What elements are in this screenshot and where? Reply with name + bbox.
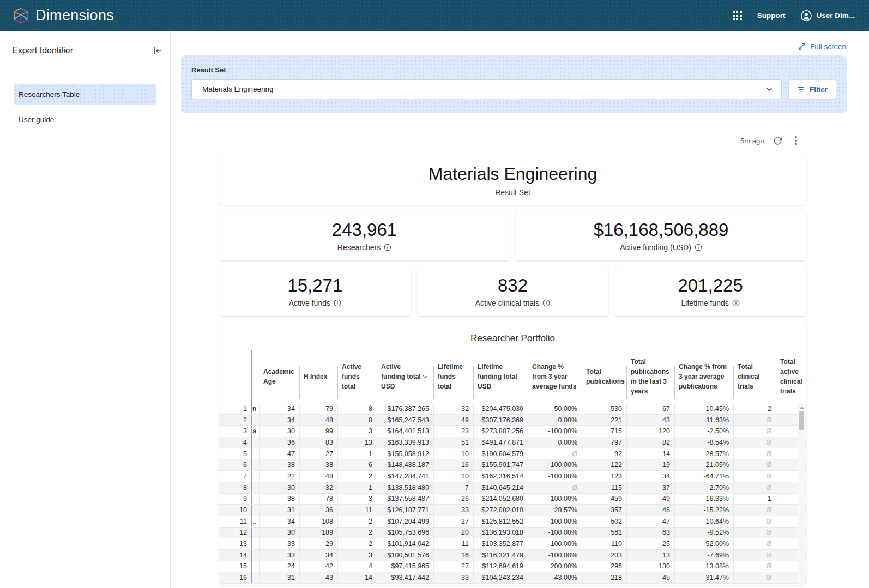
table-row[interactable]: 722482$147,284,74110$162,316,514-100.00%… <box>219 471 806 482</box>
result-set-panel: Result Set Materials Engineering Filter <box>181 55 847 113</box>
table-row[interactable]: 11..341082$107,204,49927$125,812,552-100… <box>219 516 806 528</box>
result-set-title-card: Materials Engineering Result Set <box>219 155 806 205</box>
table-row[interactable]: 3a30993$164,401,51323$273,887,256-100.00… <box>219 426 806 437</box>
table-row[interactable]: 234488$165,247,54349$307,176,3690.00%221… <box>219 415 806 426</box>
column-header-active-funds-total[interactable]: Active funds total <box>337 350 377 403</box>
filter-icon <box>797 86 805 94</box>
collapse-sidebar-icon[interactable] <box>150 44 164 58</box>
cell-change-from-3-year-average-publications: 11.63% <box>674 415 733 426</box>
portfolio-title: Researcher Portfolio <box>219 333 806 344</box>
scroll-up-icon[interactable] <box>800 407 804 409</box>
cell-lifetime-funding-total-usd: $273,887,256 <box>473 426 528 437</box>
researcher-portfolio-card: Researcher Portfolio Academic AgeH Index… <box>219 322 806 585</box>
fullscreen-icon[interactable] <box>798 42 806 51</box>
cell-row-number: 12 <box>219 528 251 538</box>
sidebar-nav: Researchers Table User guide <box>0 84 170 130</box>
info-icon[interactable] <box>384 244 391 251</box>
cell-academic-age: 36 <box>259 437 299 448</box>
column-header-total-publications-last-3-years[interactable]: Total publications in the last 3 years <box>626 350 674 403</box>
sidebar-item-researchers-table[interactable]: Researchers Table <box>14 84 156 105</box>
info-icon[interactable] <box>695 244 702 251</box>
last-updated: 5m ago <box>740 137 764 145</box>
table-body: 1n34798$176,387,26532$204,475,03050.00%5… <box>219 403 806 584</box>
column-header-lifetime-funds-total[interactable]: Lifetime funds total <box>433 350 473 403</box>
stat-card-active-funding: $16,168,506,889 Active funding (USD) <box>516 211 806 260</box>
table-row[interactable]: 1333292$101,914,04211$103,352,877-100.00… <box>219 538 806 550</box>
vertical-scrollbar[interactable] <box>798 404 805 585</box>
column-header-label: Lifetime funding total USD <box>478 362 523 391</box>
cell-total-publications-last-3-years: 47 <box>626 516 674 527</box>
table-row[interactable]: 830321$138,518,4807$140,645,214Ø11537-2.… <box>219 482 806 494</box>
cell-active-funds-total: 13 <box>337 437 377 448</box>
stat-value: 15,271 <box>287 275 342 296</box>
filter-button[interactable]: Filter <box>788 79 836 100</box>
cell-change-from-3-year-average-publications: 31.47% <box>674 572 733 583</box>
apps-grid-icon[interactable] <box>733 11 742 20</box>
cell-h-index: 27 <box>299 448 337 459</box>
cell-lifetime-funds-total: 33 <box>433 505 473 516</box>
cell-total-active-clinical-trials <box>776 459 799 470</box>
info-icon[interactable] <box>334 299 341 307</box>
table-row[interactable]: 1n34798$176,387,26532$204,475,03050.00%5… <box>219 403 806 415</box>
topbar-actions: Support User Dim... <box>733 10 855 22</box>
cell-change-from-3-year-average-publications: -10.64% <box>674 516 733 527</box>
cell-total-clinical-trials: Ø <box>733 538 776 549</box>
column-header-label: Total clinical trials <box>738 362 771 391</box>
column-header-lifetime-funding-total-usd[interactable]: Lifetime funding total USD <box>473 350 528 403</box>
table-row[interactable]: 938783$137,558,48726$214,052,680-100.00%… <box>219 494 806 505</box>
cell-total-publications-last-3-years: 37 <box>626 482 674 493</box>
column-header-active-funding-total-usd[interactable]: Active funding total USD <box>377 350 433 403</box>
cell-total-clinical-trials: Ø <box>733 448 776 459</box>
table-row[interactable]: 10313611$126,187,77133$272,082,01028.57%… <box>219 505 806 516</box>
table-row[interactable]: 4368313$163,339,91351$491,477,8710.00%79… <box>219 437 806 448</box>
cell-lifetime-funding-total-usd: $272,082,010 <box>473 505 528 516</box>
column-header-h-index[interactable]: H Index <box>299 350 337 403</box>
cell-lifetime-funding-total-usd: $112,694,619 <box>473 561 528 572</box>
fullscreen-link[interactable]: Full screen <box>810 43 846 51</box>
column-header-row-number[interactable] <box>219 350 251 403</box>
table-row[interactable]: 1433343$100,501,57616$116,321,479-100.00… <box>219 550 806 561</box>
info-icon[interactable] <box>732 299 740 307</box>
table-row[interactable]: 638386$148,488,18716$155,901,747-100.00%… <box>219 459 806 471</box>
table-row[interactable]: 12301892$105,753,69620$136,193,018-100.0… <box>219 528 806 539</box>
cell-total-active-clinical-trials <box>776 471 799 482</box>
column-header-academic-age[interactable]: Academic Age <box>259 350 299 403</box>
info-icon[interactable] <box>542 299 550 307</box>
cell-change-from-3-year-average-publications: -10.45% <box>674 403 733 414</box>
support-link[interactable]: Support <box>757 11 786 20</box>
column-header-researcher-name[interactable] <box>251 350 259 403</box>
refresh-icon[interactable] <box>773 136 782 146</box>
sidebar-title: Expert Identifier <box>12 46 73 56</box>
column-header-label: Total active clinical trials <box>780 357 802 396</box>
table-row[interactable]: 547271$155,058,91210$190,604,579Ø921428.… <box>219 448 806 460</box>
column-header-total-publications[interactable]: Total publications <box>582 350 626 403</box>
cell-researcher-name <box>251 415 259 426</box>
column-header-total-clinical-trials[interactable]: Total clinical trials <box>733 350 776 403</box>
column-header-change-from-3-year-average-publications[interactable]: Change % from 3 year average publication… <box>674 350 733 403</box>
table-row[interactable]: 1524424$97,415,96527$112,694,619200.00%2… <box>219 561 806 573</box>
cell-total-clinical-trials: Ø <box>733 505 776 516</box>
sidebar-item-user-guide[interactable]: User guide <box>14 110 156 130</box>
kebab-menu-icon[interactable] <box>792 135 800 147</box>
cell-row-number: 3 <box>219 426 251 437</box>
cell-active-funds-total: 6 <box>337 459 377 470</box>
cell-h-index: 38 <box>299 459 337 470</box>
cell-change-from-3-year-average-publications: -2.50% <box>674 426 733 437</box>
sidebar-header: Expert Identifier <box>0 31 170 58</box>
top-bar: Dimensions Support User Dim... <box>0 0 869 31</box>
cell-total-active-clinical-trials <box>776 572 799 583</box>
cell-total-active-clinical-trials <box>776 528 799 538</box>
cell-researcher-name <box>251 505 259 516</box>
table-row[interactable]: 16314314$93,417,44233$104,243,23443.00%2… <box>219 572 806 584</box>
cell-lifetime-funding-total-usd: $140,645,214 <box>473 482 528 493</box>
cell-row-number: 1 <box>219 403 251 414</box>
cell-change-from-3-year-average-publications: -64.71% <box>674 471 733 482</box>
dashboard: Materials Engineering Result Set 243,961… <box>219 155 806 585</box>
column-header-change-from-3-year-average-funds[interactable]: Change % from 3 year average funds <box>528 350 582 403</box>
user-menu[interactable]: User Dim... <box>800 10 855 22</box>
result-set-select[interactable]: Materials Engineering <box>191 79 782 99</box>
scrollbar-thumb[interactable] <box>799 411 804 430</box>
column-header-total-active-clinical-trials[interactable]: Total active clinical trials <box>776 350 799 403</box>
cell-change-from-3-year-average-publications: -7.69% <box>674 550 733 561</box>
cell-lifetime-funding-total-usd: $190,604,579 <box>473 448 528 459</box>
